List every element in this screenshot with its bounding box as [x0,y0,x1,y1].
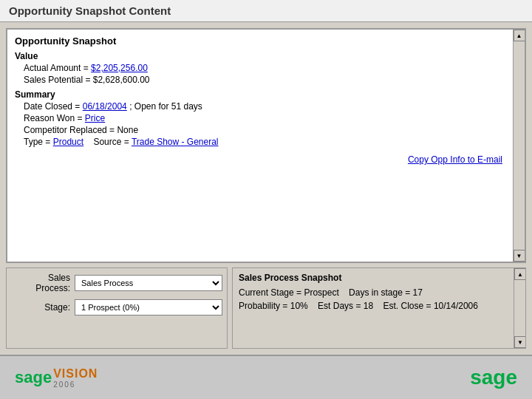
snapshot-header: Opportunity Snapshot [15,35,505,47]
actual-amount-row: Actual Amount = $2,205,256.00 [24,63,505,73]
scrollbar-track[interactable] [514,41,525,250]
page-title: Opportunity Snapshot Content [0,0,532,22]
vision-text: VISION [53,367,98,381]
sp-scroll-up-btn[interactable]: ▲ [514,268,526,280]
copy-opp-link[interactable]: Copy Opp Info to E-mail [408,154,502,165]
summary-section: Summary [15,89,505,100]
actual-amount-link[interactable]: $2,205,256.00 [91,63,148,73]
sp-scrollbar: ▲ ▼ [514,268,525,348]
reason-won-link[interactable]: Price [85,113,105,123]
sales-process-select[interactable]: Sales Process [75,275,222,291]
sp-scrollbar-track[interactable] [514,280,525,336]
snapshot-panel: Opportunity Snapshot Value Actual Amount… [6,28,526,263]
sp-title: Sales Process Snapshot [239,273,508,283]
type-source-row: Type = Product Source = Trade Show - Gen… [24,137,505,147]
vision-block: VISION 2006 [53,367,98,389]
scroll-up-btn[interactable]: ▲ [514,30,525,41]
value-section: Value [15,51,505,61]
sage-logo-right: sage [470,366,517,389]
sage-vision-logo: sage VISION 2006 [15,367,98,389]
stage-select[interactable]: 1 Prospect (0%) [75,299,222,316]
sage-text-left: sage [15,368,52,387]
snapshot-scrollbar: ▲ ▼ [513,30,525,262]
type-link[interactable]: Product [53,137,83,147]
sales-process-label: Sales Process: [11,273,70,293]
sp-prob-row: Probability = 10% Est Days = 18 Est. Clo… [239,301,508,311]
sales-process-right-panel: Sales Process Snapshot Current Stage = P… [232,267,526,349]
reason-won-row: Reason Won = Price [24,113,505,123]
sales-potential-row: Sales Potential = $2,628,600.00 [24,75,505,85]
footer: sage VISION 2006 sage [0,355,532,399]
date-closed-row: Date Closed = 06/18/2004 ; Open for 51 d… [24,101,505,112]
source-link[interactable]: Trade Show - General [132,137,219,147]
date-closed-link[interactable]: 06/18/2004 [83,101,127,112]
stage-label: Stage: [11,302,70,313]
competitor-row: Competitor Replaced = None [24,125,505,135]
scroll-down-btn[interactable]: ▼ [514,250,525,262]
sp-scroll-down-btn[interactable]: ▼ [514,336,526,348]
sp-stage-row: Current Stage = Prospect Days in stage =… [239,287,508,298]
stage-field-row: Stage: 1 Prospect (0%) [11,299,222,316]
sales-process-field-row: Sales Process: Sales Process [11,273,222,293]
year-text: 2006 [53,381,98,389]
sales-process-left-panel: Sales Process: Sales Process Stage: 1 Pr… [6,267,228,349]
